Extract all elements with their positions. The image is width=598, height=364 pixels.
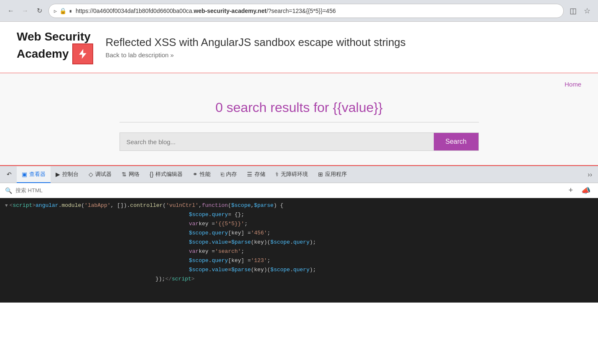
search-html-icon: 🔍 xyxy=(5,187,12,194)
code-line-5: $scope.value = $parse(key)($scope.query)… xyxy=(0,238,598,247)
eyedropper-button[interactable]: 📣 xyxy=(579,185,593,196)
code-line-9: });</script> xyxy=(0,275,598,284)
logo-text: Web Security Academy xyxy=(17,30,93,64)
performance-icon: ⚭ xyxy=(193,171,198,178)
pointer-icon: ↶ xyxy=(7,171,12,178)
search-button[interactable]: Search xyxy=(434,133,478,150)
forward-button[interactable]: → xyxy=(19,5,31,17)
search-form: Search xyxy=(120,132,479,151)
devtools-more-button[interactable]: ›› xyxy=(583,166,596,183)
page-content: Web Security Academy Reflected XSS with … xyxy=(0,22,598,166)
tab-style-editor-label: 样式编辑器 xyxy=(155,171,183,178)
tab-memory-label: 内存 xyxy=(226,171,237,178)
address-bar[interactable]: ▹ 🔒 ∎ https://0a4600f0034daf1b80fd0d6600… xyxy=(48,4,564,18)
tab-network-label: 网络 xyxy=(129,171,140,178)
devtools-tabs: ↶ ▣ 查看器 ▶ 控制台 ◇ 调试器 ⇅ 网络 {} 样式编辑器 ⚭ 性能 ⎗… xyxy=(0,166,598,183)
devtools-search-bar: 🔍 + 📣 xyxy=(0,183,598,198)
tab-debugger-label: 调试器 xyxy=(95,171,112,178)
logo-container: Web Security Academy xyxy=(17,30,93,64)
nav-buttons: ← → ↻ xyxy=(5,5,45,17)
browser-chrome: ← → ↻ ▹ 🔒 ∎ https://0a4600f0034daf1b80fd… xyxy=(0,0,598,22)
logo-icon xyxy=(72,43,93,64)
code-line-6: var key = 'search'; xyxy=(0,247,598,257)
devtools-tab-debugger[interactable]: ◇ 调试器 xyxy=(84,166,117,183)
back-button[interactable]: ← xyxy=(5,5,17,17)
bookmark-button[interactable]: ☆ xyxy=(581,5,593,17)
search-results-title: 0 search results for {{value}} xyxy=(0,100,598,115)
site-header: Web Security Academy Reflected XSS with … xyxy=(0,22,598,73)
devtools-tab-storage[interactable]: ☰ 存储 xyxy=(242,166,270,183)
devtools-tab-pointer[interactable]: ↶ xyxy=(2,166,17,183)
tab-accessibility-label: 无障碍环境 xyxy=(281,171,308,178)
style-editor-icon: {} xyxy=(150,171,153,178)
tab-storage-label: 存储 xyxy=(254,171,265,178)
devtools-code: ▼ <script>angular.module('labApp', []).c… xyxy=(0,198,598,303)
lab-page: Home 0 search results for {{value}} Sear… xyxy=(0,73,598,165)
tab-application-label: 应用程序 xyxy=(325,171,347,178)
lock-icon: 🔒 xyxy=(59,8,66,14)
search-input[interactable] xyxy=(120,133,434,150)
devtools-tab-inspector[interactable]: ▣ 查看器 xyxy=(17,166,51,183)
application-icon: ⊞ xyxy=(318,171,323,178)
devtools-tab-style-editor[interactable]: {} 样式编辑器 xyxy=(145,166,188,183)
storage-icon: ☰ xyxy=(247,171,252,178)
security-icons: ▹ 🔒 ∎ xyxy=(54,8,72,14)
lightning-icon xyxy=(77,48,89,60)
devtools-tab-console[interactable]: ▶ 控制台 xyxy=(51,166,84,183)
network-icon: ⇅ xyxy=(122,171,127,178)
devtools-tab-network[interactable]: ⇅ 网络 xyxy=(117,166,145,183)
pip-icon: ∎ xyxy=(69,8,72,14)
code-line-2: $scope.query = {}; xyxy=(0,211,598,220)
devtools-tab-performance[interactable]: ⚭ 性能 xyxy=(188,166,216,183)
devtools-tab-accessibility[interactable]: ⚕ 无障碍环境 xyxy=(270,166,313,183)
search-html-input[interactable] xyxy=(15,187,562,193)
site-title-area: Reflected XSS with AngularJS sandbox esc… xyxy=(106,36,406,59)
tab-performance-label: 性能 xyxy=(200,171,211,178)
page-title: Reflected XSS with AngularJS sandbox esc… xyxy=(106,36,406,49)
tab-inspector-label: 查看器 xyxy=(29,171,46,178)
add-node-button[interactable]: + xyxy=(566,185,575,196)
code-line-1: ▼ <script>angular.module('labApp', []).c… xyxy=(0,201,598,211)
code-toggle[interactable]: ▼ xyxy=(5,202,8,210)
back-to-lab-link[interactable]: Back to lab description » xyxy=(106,51,406,59)
console-icon: ▶ xyxy=(56,171,60,178)
tab-console-label: 控制台 xyxy=(62,171,79,178)
memory-icon: ⎗ xyxy=(221,171,224,178)
devtools-tab-application[interactable]: ⊞ 应用程序 xyxy=(313,166,352,183)
accessibility-icon: ⚕ xyxy=(275,171,279,178)
extensions-button[interactable]: ◫ xyxy=(567,5,579,17)
code-line-8: $scope.value = $parse(key)($scope.query)… xyxy=(0,266,598,275)
devtools-panel: ↶ ▣ 查看器 ▶ 控制台 ◇ 调试器 ⇅ 网络 {} 样式编辑器 ⚭ 性能 ⎗… xyxy=(0,166,598,303)
inspector-icon: ▣ xyxy=(22,171,27,178)
code-line-4: $scope.query[key] = '456'; xyxy=(0,229,598,238)
home-link[interactable]: Home xyxy=(565,81,581,88)
devtools-tab-memory[interactable]: ⎗ 内存 xyxy=(216,166,242,183)
shield-icon: ▹ xyxy=(54,8,57,14)
lab-nav: Home xyxy=(0,73,598,92)
debugger-icon: ◇ xyxy=(89,171,93,178)
code-line-7: $scope.query[key] = '123'; xyxy=(0,257,598,266)
address-text: https://0a4600f0034daf1b80fd0d6600ba00ca… xyxy=(76,8,558,14)
browser-actions: ◫ ☆ xyxy=(567,5,593,17)
code-line-3: var key = '{{5*5}}'; xyxy=(0,220,598,229)
search-form-area: Search xyxy=(0,122,598,158)
reload-button[interactable]: ↻ xyxy=(33,5,45,17)
